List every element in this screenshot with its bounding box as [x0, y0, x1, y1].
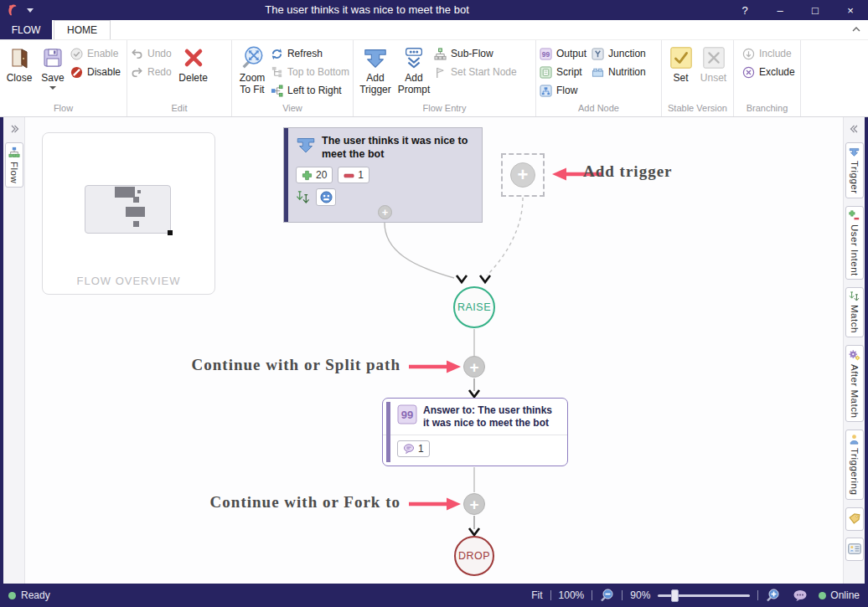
metadata-button[interactable]: [845, 538, 864, 561]
refresh-icon: [271, 48, 283, 60]
delete-button[interactable]: Delete: [173, 43, 214, 102]
save-button[interactable]: Save: [37, 43, 69, 102]
flow-canvas[interactable]: FLOW OVERVIEW The user thinks it was nic…: [25, 117, 843, 584]
left-to-right-icon: [271, 85, 283, 97]
online-status-label: Online: [830, 589, 860, 601]
help-button[interactable]: ?: [727, 0, 762, 20]
add-prompt-button[interactable]: Add Prompt: [395, 43, 432, 102]
maximize-button[interactable]: □: [798, 0, 833, 20]
ribbon-group-add-node: 99 Output Script Flow Junctio: [536, 40, 662, 116]
flow-panel-tab[interactable]: Flow: [5, 142, 23, 188]
comments-icon[interactable]: [793, 589, 808, 602]
save-dropdown-caret-icon[interactable]: [49, 86, 56, 90]
sub-flow-button[interactable]: Sub-Flow: [434, 46, 517, 61]
user-intent-icon: [849, 210, 860, 221]
top-to-bottom-icon: [271, 66, 283, 79]
zoom-slider-handle[interactable]: [671, 589, 679, 602]
flow-overview-panel[interactable]: FLOW OVERVIEW: [42, 132, 215, 295]
zoom-fit-button[interactable]: Fit: [531, 589, 542, 601]
add-below-trigger-button[interactable]: +: [378, 205, 392, 219]
add-nutrition-button[interactable]: Nutrition: [592, 64, 646, 80]
add-trigger-button[interactable]: Add Trigger: [357, 43, 394, 102]
minimap-resize-handle[interactable]: [168, 230, 173, 235]
fork-arrow: [409, 498, 461, 511]
expand-left-panel-icon[interactable]: [9, 124, 19, 134]
undo-button: Undo: [131, 46, 172, 61]
redo-button: Redo: [131, 64, 172, 80]
refresh-button[interactable]: Refresh: [271, 46, 349, 61]
script-icon: [540, 66, 552, 79]
answer-node[interactable]: 99 Answer to: The user thinks it was nic…: [382, 398, 568, 466]
tab-flow[interactable]: FLOW: [0, 20, 52, 39]
zoom-in-icon[interactable]: [766, 589, 780, 602]
exclude-button[interactable]: Exclude: [742, 64, 795, 80]
flow-overview-label: FLOW OVERVIEW: [43, 275, 214, 287]
tag-icon: [848, 512, 861, 526]
language-object-badge[interactable]: [316, 188, 336, 206]
flow-node-icon: [540, 85, 552, 97]
annotation-split-path: Continue with or Split path: [192, 356, 400, 374]
top-to-bottom-button: Top to Bottom: [271, 64, 349, 80]
output-quote-icon: 99: [397, 404, 417, 424]
close-flow-button[interactable]: Close: [3, 43, 35, 102]
right-sidebar: Trigger User Intent Match After Match Tr…: [843, 117, 865, 584]
group-label-branching: Branching: [734, 102, 800, 116]
tab-trigger[interactable]: Trigger: [845, 142, 864, 198]
zoom-to-fit-button[interactable]: Zoom To Fit: [235, 43, 269, 102]
add-junction-button[interactable]: Junction: [592, 46, 646, 61]
zoom-to-fit-icon: [240, 43, 265, 73]
trigger-icon: [363, 43, 388, 73]
nutrition-icon: [592, 66, 604, 79]
ribbon-collapse-icon[interactable]: [851, 24, 861, 34]
disable-button[interactable]: Disable: [70, 64, 121, 80]
split-path-plus-button[interactable]: +: [463, 356, 485, 378]
collapse-right-panel-icon[interactable]: [850, 124, 860, 134]
positive-examples-badge[interactable]: 20: [296, 167, 333, 183]
undo-icon: [131, 48, 143, 60]
ribbon-tab-row: FLOW HOME: [0, 20, 868, 40]
add-trigger-placeholder[interactable]: +: [501, 153, 545, 197]
trigger-icon: [849, 147, 860, 157]
negative-examples-badge[interactable]: 1: [338, 167, 369, 183]
set-start-node-button: Set Start Node: [434, 64, 517, 80]
zoom-level-label[interactable]: 100%: [559, 589, 585, 601]
add-output-button[interactable]: 99 Output: [540, 46, 586, 61]
raise-node[interactable]: RAISE: [453, 286, 495, 328]
tab-after-match[interactable]: After Match: [845, 345, 864, 422]
split-arrow: [409, 361, 461, 373]
tab-user-intent[interactable]: User Intent: [845, 206, 864, 280]
unset-x-icon: [701, 43, 726, 73]
add-script-button[interactable]: Script: [540, 64, 586, 80]
set-stable-button[interactable]: Set: [666, 43, 696, 102]
tab-home[interactable]: HOME: [54, 20, 111, 39]
drop-node[interactable]: DROP: [454, 536, 494, 576]
tab-match[interactable]: Match: [845, 287, 864, 337]
floppy-icon: [42, 43, 64, 73]
prompt-icon: [401, 43, 426, 73]
person-icon: [849, 434, 860, 445]
tags-button[interactable]: [845, 507, 864, 531]
zoom-slider-value: 90%: [630, 589, 650, 601]
add-trigger-plus-button[interactable]: +: [510, 162, 535, 188]
trigger-node[interactable]: The user thinks it was nice to meet the …: [283, 127, 483, 223]
set-check-icon: [669, 43, 694, 73]
answer-count-badge[interactable]: 1: [397, 440, 430, 457]
add-flow-button[interactable]: Flow: [540, 83, 586, 98]
left-to-right-button[interactable]: Left to Right: [271, 83, 349, 98]
flow-overview-minimap[interactable]: [85, 185, 171, 234]
zoom-slider[interactable]: [658, 594, 750, 597]
include-icon: [742, 48, 755, 60]
trigger-icon: [296, 135, 316, 155]
quick-access-caret-icon[interactable]: [27, 8, 34, 13]
tab-triggering[interactable]: Triggering: [845, 430, 864, 499]
minimize-button[interactable]: –: [762, 0, 798, 20]
language-object-icon: [320, 191, 333, 203]
match-icon: [849, 291, 860, 301]
fork-plus-button[interactable]: +: [463, 493, 485, 515]
ribbon-group-flow: Close Save Enable Disable: [0, 40, 127, 116]
zoom-out-icon[interactable]: [600, 589, 614, 602]
close-window-button[interactable]: ×: [833, 0, 868, 20]
ribbon-group-stable-version: Set Unset Stable Version: [662, 40, 734, 116]
minus-icon: [344, 172, 354, 179]
redo-icon: [131, 66, 143, 79]
